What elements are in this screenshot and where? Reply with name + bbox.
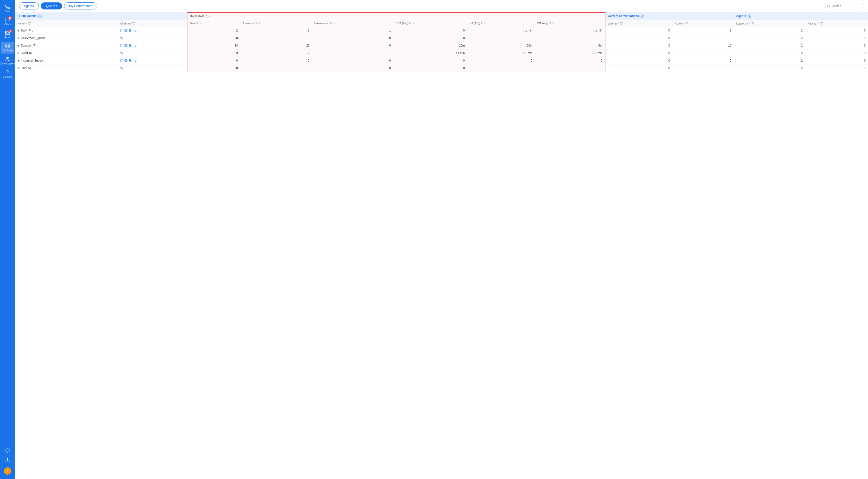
active-cell: 0 [672,57,734,64]
total-cell: 2 [187,27,240,34]
main-table: Queue details i Daily stats i Current co… [15,12,868,72]
unanswered-filter[interactable] [333,22,336,25]
total-filter[interactable] [199,22,202,25]
soa-sort[interactable]: ⇅ [409,22,411,25]
queue-details-info[interactable]: i [38,14,42,18]
sidebar-item-avatar[interactable]: A [1,466,14,477]
sidebar-item-conversations[interactable]: Conversations [1,55,14,67]
logged-in-cell: 2 [734,49,805,57]
queue-name: Incoming_Support [21,59,44,62]
logged-in-sort[interactable]: ⇅ [749,22,751,25]
sidebar-item-dashboard[interactable]: Dashboard [1,42,14,54]
svg-marker-12 [199,22,202,25]
soa-cell: 0 [393,34,467,42]
unanswered-cell: 0 [312,57,394,64]
svg-point-4 [6,58,8,59]
search-input[interactable] [832,4,861,8]
answered-filter[interactable] [258,22,261,25]
col-wt: WT (Avg) ⇅ [535,20,605,27]
paused-sort[interactable]: ⇅ [817,22,819,25]
soa-cell: 0 [393,57,467,64]
sidebar-item-export[interactable] [1,456,14,465]
sidebar-calls-label: Calls [5,10,10,12]
paused-filter[interactable] [820,22,823,25]
paused-cell: 0 [805,34,868,42]
sidebar-item-email[interactable]: 1 Email [1,29,14,41]
answered-cell: 0 [240,64,312,72]
agents-section-header: Agents i ⟩ [734,12,868,20]
table-row: Swift_Pro (+2) 2 1 1 0 < 1 min < 1 min 0… [15,27,868,34]
svg-marker-10 [28,22,31,25]
agents-section-info[interactable]: i [748,14,751,18]
user-avatar: A [4,467,11,475]
ht-cell: < 1 min [467,49,535,57]
ht-filter[interactable] [484,22,486,25]
channels-cell: (+2) [118,27,187,34]
waiting-cell: 0 [605,64,673,72]
sidebar-item-calls[interactable]: Calls [1,2,14,14]
soa-cell: 0 [393,64,467,72]
svg-marker-20 [752,22,754,25]
svg-rect-3 [8,46,9,48]
my-performance-tab[interactable]: My Performance [64,2,97,9]
active-cell: 0 [672,49,734,57]
answered-sort[interactable]: ⇅ [255,22,257,25]
status-dot [18,37,20,39]
logged-in-cell: 2 [734,34,805,42]
svg-marker-15 [412,22,414,25]
soa-cell: 0 [393,27,467,34]
table-body: Swift_Pro (+2) 2 1 1 0 < 1 min < 1 min 0… [15,27,868,72]
email-badge: 1 [8,30,12,32]
people-icon [5,57,10,62]
channels-cell: (+2) [118,57,187,64]
unanswered-cell: 1 [312,49,394,57]
active-cell: 1 [672,27,734,34]
waiting-cell: 0 [605,34,673,42]
current-conversations-info[interactable]: i [641,14,644,18]
wt-filter[interactable] [552,22,555,25]
sidebar-item-settings[interactable] [1,446,14,455]
name-filter[interactable] [28,22,31,25]
queues-tab[interactable]: Queues [41,2,62,9]
name-sort[interactable]: ⇅ [25,22,27,25]
top-nav: Agents Queues My Performance [15,0,868,12]
wt-cell: 0 [535,57,605,64]
wt-cell: 0 [535,34,605,42]
channels-cell [118,49,187,57]
phone-icon [5,4,10,9]
soa-filter[interactable] [412,22,414,25]
svg-point-6 [7,450,8,451]
paused-cell: 0 [805,27,868,34]
svg-point-5 [7,70,8,72]
wt-cell: 0 [535,64,605,72]
expand-icon[interactable]: ⟩ [865,14,866,18]
ht-sort[interactable]: ⇅ [481,22,483,25]
section-header-row: Queue details i Daily stats i Current co… [15,12,868,20]
queue-name-cell: Swift_Pro [15,27,118,34]
status-dot [18,52,20,54]
agents-tab[interactable]: Agents [19,2,39,9]
waiting-filter[interactable] [620,22,623,25]
daily-stats-info[interactable]: i [206,15,210,18]
wt-sort[interactable]: ⇅ [549,22,551,25]
sidebar-item-contacts[interactable]: Contacts [1,68,14,80]
svg-marker-19 [686,22,688,25]
channels-filter[interactable] [132,22,135,25]
unanswered-sort[interactable]: ⇅ [330,22,332,25]
paused-cell: 0 [805,64,868,72]
queue-name: Swift_Pro [21,29,33,32]
active-filter[interactable] [685,22,688,25]
waiting-cell: 0 [605,57,673,64]
sidebar-item-chats[interactable]: 16 Chats [1,15,14,28]
svg-marker-18 [620,22,623,25]
active-cell: 0 [672,64,734,72]
paused-cell: 0 [805,49,868,57]
svg-point-22 [129,30,130,31]
logged-in-filter[interactable] [751,22,754,25]
active-sort[interactable]: ⇅ [683,22,685,25]
total-sort[interactable]: ⇅ [196,22,198,25]
waiting-sort[interactable]: ⇅ [617,22,619,25]
queue-name-cell: CallStream_Queue [15,34,118,42]
col-channels: Channels [118,20,187,27]
ht-cell: 56m [467,42,535,49]
